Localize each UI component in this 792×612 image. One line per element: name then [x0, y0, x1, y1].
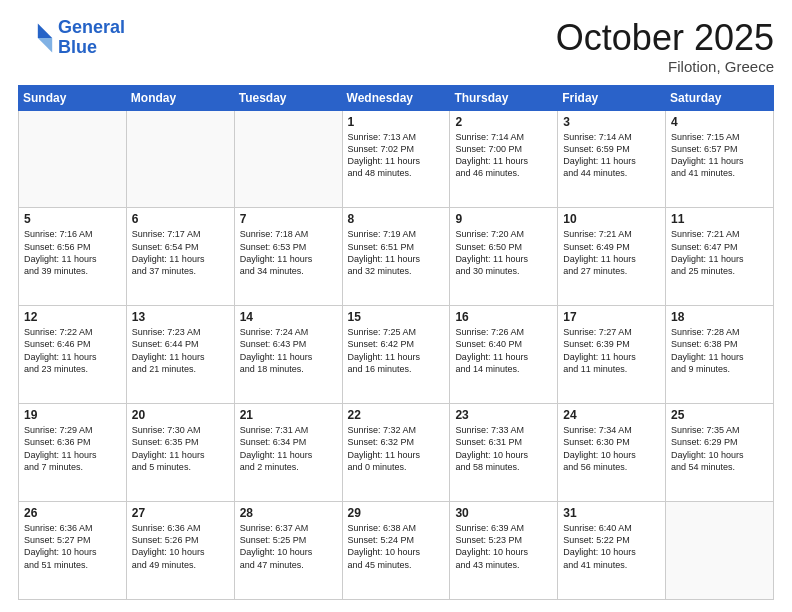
day-info: Sunrise: 7:24 AM Sunset: 6:43 PM Dayligh…: [240, 326, 337, 375]
col-thursday: Thursday: [450, 85, 558, 110]
calendar-cell: 6Sunrise: 7:17 AM Sunset: 6:54 PM Daylig…: [126, 208, 234, 306]
day-info: Sunrise: 7:34 AM Sunset: 6:30 PM Dayligh…: [563, 424, 660, 473]
day-info: Sunrise: 7:23 AM Sunset: 6:44 PM Dayligh…: [132, 326, 229, 375]
day-number: 15: [348, 310, 445, 324]
day-info: Sunrise: 6:36 AM Sunset: 5:26 PM Dayligh…: [132, 522, 229, 571]
calendar-cell: 14Sunrise: 7:24 AM Sunset: 6:43 PM Dayli…: [234, 306, 342, 404]
calendar-cell: 23Sunrise: 7:33 AM Sunset: 6:31 PM Dayli…: [450, 404, 558, 502]
day-number: 23: [455, 408, 552, 422]
calendar-header-row: Sunday Monday Tuesday Wednesday Thursday…: [19, 85, 774, 110]
calendar-cell: 8Sunrise: 7:19 AM Sunset: 6:51 PM Daylig…: [342, 208, 450, 306]
day-number: 28: [240, 506, 337, 520]
svg-marker-0: [38, 23, 52, 37]
day-info: Sunrise: 6:36 AM Sunset: 5:27 PM Dayligh…: [24, 522, 121, 571]
day-info: Sunrise: 7:28 AM Sunset: 6:38 PM Dayligh…: [671, 326, 768, 375]
day-number: 24: [563, 408, 660, 422]
calendar-cell: 19Sunrise: 7:29 AM Sunset: 6:36 PM Dayli…: [19, 404, 127, 502]
calendar-title: October 2025: [556, 18, 774, 58]
calendar-cell: [234, 110, 342, 208]
day-info: Sunrise: 7:30 AM Sunset: 6:35 PM Dayligh…: [132, 424, 229, 473]
calendar-cell: 9Sunrise: 7:20 AM Sunset: 6:50 PM Daylig…: [450, 208, 558, 306]
calendar-week-3: 12Sunrise: 7:22 AM Sunset: 6:46 PM Dayli…: [19, 306, 774, 404]
day-number: 19: [24, 408, 121, 422]
calendar-cell: 18Sunrise: 7:28 AM Sunset: 6:38 PM Dayli…: [666, 306, 774, 404]
day-number: 8: [348, 212, 445, 226]
calendar-cell: 29Sunrise: 6:38 AM Sunset: 5:24 PM Dayli…: [342, 502, 450, 600]
calendar-cell: 17Sunrise: 7:27 AM Sunset: 6:39 PM Dayli…: [558, 306, 666, 404]
day-info: Sunrise: 7:22 AM Sunset: 6:46 PM Dayligh…: [24, 326, 121, 375]
day-number: 13: [132, 310, 229, 324]
col-tuesday: Tuesday: [234, 85, 342, 110]
calendar-cell: 11Sunrise: 7:21 AM Sunset: 6:47 PM Dayli…: [666, 208, 774, 306]
calendar-cell: 7Sunrise: 7:18 AM Sunset: 6:53 PM Daylig…: [234, 208, 342, 306]
day-info: Sunrise: 7:21 AM Sunset: 6:49 PM Dayligh…: [563, 228, 660, 277]
day-number: 29: [348, 506, 445, 520]
day-info: Sunrise: 7:20 AM Sunset: 6:50 PM Dayligh…: [455, 228, 552, 277]
day-number: 7: [240, 212, 337, 226]
day-info: Sunrise: 6:39 AM Sunset: 5:23 PM Dayligh…: [455, 522, 552, 571]
day-number: 16: [455, 310, 552, 324]
day-info: Sunrise: 7:17 AM Sunset: 6:54 PM Dayligh…: [132, 228, 229, 277]
calendar-cell: 28Sunrise: 6:37 AM Sunset: 5:25 PM Dayli…: [234, 502, 342, 600]
day-number: 26: [24, 506, 121, 520]
day-number: 17: [563, 310, 660, 324]
day-info: Sunrise: 7:21 AM Sunset: 6:47 PM Dayligh…: [671, 228, 768, 277]
day-number: 31: [563, 506, 660, 520]
calendar-cell: 21Sunrise: 7:31 AM Sunset: 6:34 PM Dayli…: [234, 404, 342, 502]
calendar-cell: 15Sunrise: 7:25 AM Sunset: 6:42 PM Dayli…: [342, 306, 450, 404]
day-info: Sunrise: 7:32 AM Sunset: 6:32 PM Dayligh…: [348, 424, 445, 473]
day-number: 9: [455, 212, 552, 226]
day-info: Sunrise: 7:15 AM Sunset: 6:57 PM Dayligh…: [671, 131, 768, 180]
calendar-cell: 10Sunrise: 7:21 AM Sunset: 6:49 PM Dayli…: [558, 208, 666, 306]
day-info: Sunrise: 7:35 AM Sunset: 6:29 PM Dayligh…: [671, 424, 768, 473]
calendar-cell: 13Sunrise: 7:23 AM Sunset: 6:44 PM Dayli…: [126, 306, 234, 404]
calendar-cell: 2Sunrise: 7:14 AM Sunset: 7:00 PM Daylig…: [450, 110, 558, 208]
calendar-cell: 5Sunrise: 7:16 AM Sunset: 6:56 PM Daylig…: [19, 208, 127, 306]
calendar-cell: 31Sunrise: 6:40 AM Sunset: 5:22 PM Dayli…: [558, 502, 666, 600]
svg-marker-1: [38, 38, 52, 52]
day-number: 5: [24, 212, 121, 226]
day-info: Sunrise: 7:27 AM Sunset: 6:39 PM Dayligh…: [563, 326, 660, 375]
day-info: Sunrise: 7:18 AM Sunset: 6:53 PM Dayligh…: [240, 228, 337, 277]
logo-line1: General: [58, 17, 125, 37]
day-info: Sunrise: 7:16 AM Sunset: 6:56 PM Dayligh…: [24, 228, 121, 277]
calendar-cell: 27Sunrise: 6:36 AM Sunset: 5:26 PM Dayli…: [126, 502, 234, 600]
calendar-cell: 22Sunrise: 7:32 AM Sunset: 6:32 PM Dayli…: [342, 404, 450, 502]
header: General Blue October 2025 Filotion, Gree…: [18, 18, 774, 75]
col-wednesday: Wednesday: [342, 85, 450, 110]
calendar-week-5: 26Sunrise: 6:36 AM Sunset: 5:27 PM Dayli…: [19, 502, 774, 600]
calendar-cell: [19, 110, 127, 208]
day-info: Sunrise: 7:14 AM Sunset: 7:00 PM Dayligh…: [455, 131, 552, 180]
calendar-cell: 3Sunrise: 7:14 AM Sunset: 6:59 PM Daylig…: [558, 110, 666, 208]
col-friday: Friday: [558, 85, 666, 110]
day-info: Sunrise: 7:31 AM Sunset: 6:34 PM Dayligh…: [240, 424, 337, 473]
calendar-cell: 30Sunrise: 6:39 AM Sunset: 5:23 PM Dayli…: [450, 502, 558, 600]
day-number: 25: [671, 408, 768, 422]
day-number: 30: [455, 506, 552, 520]
calendar-cell: 4Sunrise: 7:15 AM Sunset: 6:57 PM Daylig…: [666, 110, 774, 208]
day-info: Sunrise: 7:14 AM Sunset: 6:59 PM Dayligh…: [563, 131, 660, 180]
calendar-cell: 1Sunrise: 7:13 AM Sunset: 7:02 PM Daylig…: [342, 110, 450, 208]
day-info: Sunrise: 7:29 AM Sunset: 6:36 PM Dayligh…: [24, 424, 121, 473]
day-info: Sunrise: 7:25 AM Sunset: 6:42 PM Dayligh…: [348, 326, 445, 375]
logo: General Blue: [18, 18, 125, 58]
calendar-cell: [666, 502, 774, 600]
title-block: October 2025 Filotion, Greece: [556, 18, 774, 75]
calendar-subtitle: Filotion, Greece: [556, 58, 774, 75]
day-info: Sunrise: 6:38 AM Sunset: 5:24 PM Dayligh…: [348, 522, 445, 571]
calendar-cell: [126, 110, 234, 208]
calendar-cell: 25Sunrise: 7:35 AM Sunset: 6:29 PM Dayli…: [666, 404, 774, 502]
day-info: Sunrise: 7:26 AM Sunset: 6:40 PM Dayligh…: [455, 326, 552, 375]
col-monday: Monday: [126, 85, 234, 110]
day-number: 22: [348, 408, 445, 422]
day-number: 1: [348, 115, 445, 129]
day-number: 4: [671, 115, 768, 129]
col-sunday: Sunday: [19, 85, 127, 110]
logo-icon: [18, 20, 54, 56]
day-number: 3: [563, 115, 660, 129]
calendar-week-4: 19Sunrise: 7:29 AM Sunset: 6:36 PM Dayli…: [19, 404, 774, 502]
day-number: 21: [240, 408, 337, 422]
day-number: 14: [240, 310, 337, 324]
day-number: 20: [132, 408, 229, 422]
day-number: 2: [455, 115, 552, 129]
